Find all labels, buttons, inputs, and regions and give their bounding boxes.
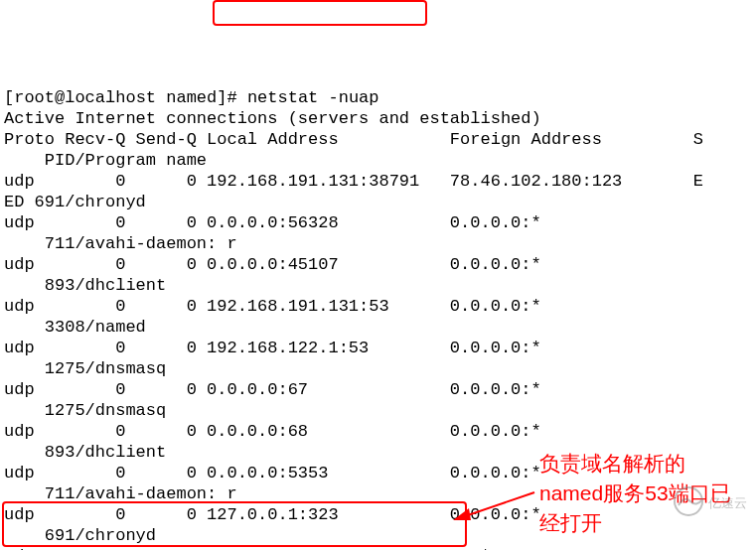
prompt-dir: named xyxy=(166,88,217,107)
table-row: 893/dhclient xyxy=(4,443,166,462)
table-row: udp 0 0 0.0.0.0:67 0.0.0.0:* xyxy=(4,380,541,399)
prompt-symbol: # xyxy=(227,88,236,107)
prompt-close: ] xyxy=(217,88,227,107)
table-row: udp 0 0 0.0.0.0:56328 0.0.0.0:* xyxy=(4,213,541,232)
table-row: udp 0 0 127.0.0.1:323 0.0.0.0:* xyxy=(4,505,541,524)
table-row: udp 0 0 0.0.0.0:45107 0.0.0.0:* xyxy=(4,255,541,274)
table-row: udp 0 0 0.0.0.0:68 0.0.0.0:* xyxy=(4,422,541,441)
table-row: udp 0 0 192.168.191.131:38791 78.46.102.… xyxy=(4,172,703,191)
table-row: udp 0 0 0.0.0.0:5353 0.0.0.0:* xyxy=(4,464,541,482)
table-row: udp 0 0 192.168.191.131:53 0.0.0.0:* xyxy=(4,297,541,316)
annotation-text: 负责域名解析的named服务53端口已经打开 xyxy=(539,449,738,538)
table-row: udp 0 0 192.168.122.1:53 0.0.0.0:* xyxy=(4,339,541,357)
table-row: 1275/dnsmasq xyxy=(4,401,166,420)
highlight-command-box xyxy=(213,0,427,26)
table-row: 893/dhclient xyxy=(4,276,166,295)
table-row: 711/avahi-daemon: r xyxy=(4,484,237,503)
output-title: Active Internet connections (servers and… xyxy=(4,109,541,128)
prompt-host: localhost xyxy=(65,88,156,107)
prompt-at: @ xyxy=(55,88,65,107)
command[interactable]: netstat -nuap xyxy=(247,88,379,107)
table-row: 1275/dnsmasq xyxy=(4,359,166,378)
prompt-open: [ xyxy=(4,88,14,107)
table-row: 691/chronyd xyxy=(4,526,156,545)
table-row: 3308/named xyxy=(4,318,146,337)
table-row: 711/avahi-daemon: r xyxy=(4,234,237,253)
output-columns2: PID/Program name xyxy=(4,151,207,170)
output-columns: Proto Recv-Q Send-Q Local Address Foreig… xyxy=(4,130,703,149)
prompt-user: root xyxy=(14,88,55,107)
table-row: ED 691/chronyd xyxy=(4,193,146,211)
